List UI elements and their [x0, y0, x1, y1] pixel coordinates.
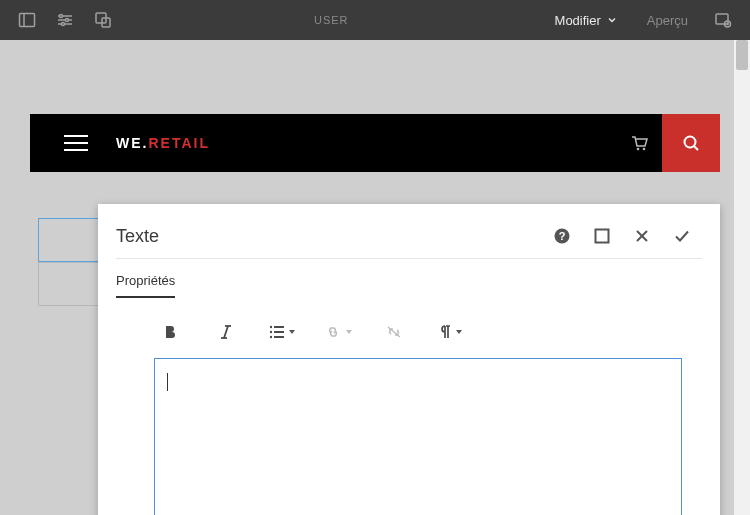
page-mode-label: USER — [122, 14, 541, 26]
dialog-divider — [116, 258, 702, 259]
svg-rect-0 — [20, 14, 35, 27]
italic-icon — [219, 324, 233, 340]
list-dropdown-button[interactable] — [268, 320, 296, 344]
preview-label: Aperçu — [647, 13, 688, 28]
hyperlink-dropdown-button[interactable] — [324, 320, 352, 344]
svg-point-17 — [637, 148, 640, 151]
svg-point-8 — [60, 15, 63, 18]
preview-button[interactable]: Aperçu — [633, 0, 702, 40]
check-icon — [673, 227, 691, 245]
dialog-tabs: Propriétés — [116, 273, 702, 298]
cart-button[interactable] — [616, 114, 662, 172]
svg-rect-23 — [596, 230, 609, 243]
text-edit-dialog: Texte ? Propriétés — [98, 204, 720, 515]
svg-text:?: ? — [559, 230, 566, 242]
annotate-button[interactable] — [704, 0, 742, 40]
list-icon — [269, 324, 285, 340]
svg-line-20 — [694, 146, 698, 150]
close-icon — [634, 228, 650, 244]
text-cursor — [167, 373, 168, 391]
svg-point-32 — [270, 326, 272, 328]
caret-down-icon — [289, 330, 295, 334]
rte-toolbar — [116, 320, 702, 344]
site-header: WE.RETAIL — [30, 114, 720, 172]
cart-icon — [629, 133, 649, 153]
tab-properties[interactable]: Propriétés — [116, 273, 175, 298]
fullscreen-button[interactable] — [582, 216, 622, 256]
editor-canvas: WE.RETAIL Texte ? — [0, 40, 750, 515]
edit-mode-label: Modifier — [555, 13, 601, 28]
italic-button[interactable] — [212, 320, 240, 344]
svg-point-10 — [62, 23, 65, 26]
pilcrow-icon — [438, 324, 452, 340]
unlink-button[interactable] — [380, 320, 408, 344]
page-info-button[interactable] — [46, 0, 84, 40]
vertical-scrollbar[interactable] — [734, 40, 750, 515]
svg-rect-13 — [716, 14, 728, 24]
bold-icon — [162, 324, 178, 340]
svg-point-18 — [643, 148, 646, 151]
chevron-down-icon — [607, 15, 617, 25]
confirm-button[interactable] — [662, 216, 702, 256]
author-top-toolbar: USER Modifier Aperçu — [0, 0, 750, 40]
dialog-title: Texte — [116, 226, 542, 247]
svg-point-9 — [66, 19, 69, 22]
link-icon — [324, 324, 342, 340]
scrollbar-thumb[interactable] — [736, 40, 748, 70]
fullscreen-icon — [594, 228, 610, 244]
caret-down-icon — [456, 330, 462, 334]
help-button[interactable]: ? — [542, 216, 582, 256]
bold-button[interactable] — [156, 320, 184, 344]
unlink-icon — [385, 324, 403, 340]
search-button[interactable] — [662, 114, 720, 172]
menu-button[interactable] — [64, 130, 88, 156]
svg-point-33 — [270, 331, 272, 333]
cancel-button[interactable] — [622, 216, 662, 256]
paraformat-dropdown-button[interactable] — [436, 320, 464, 344]
emulator-button[interactable] — [84, 0, 122, 40]
rich-text-editor[interactable] — [154, 358, 682, 515]
brand-logo[interactable]: WE.RETAIL — [116, 135, 210, 151]
search-icon — [681, 133, 701, 153]
layer-mode-dropdown[interactable]: Modifier — [541, 0, 631, 40]
svg-point-34 — [270, 336, 272, 338]
help-icon: ? — [553, 227, 571, 245]
svg-line-28 — [224, 326, 228, 338]
svg-point-19 — [685, 137, 696, 148]
caret-down-icon — [346, 330, 352, 334]
side-panel-toggle-button[interactable] — [8, 0, 46, 40]
dialog-header: Texte ? — [116, 216, 702, 256]
